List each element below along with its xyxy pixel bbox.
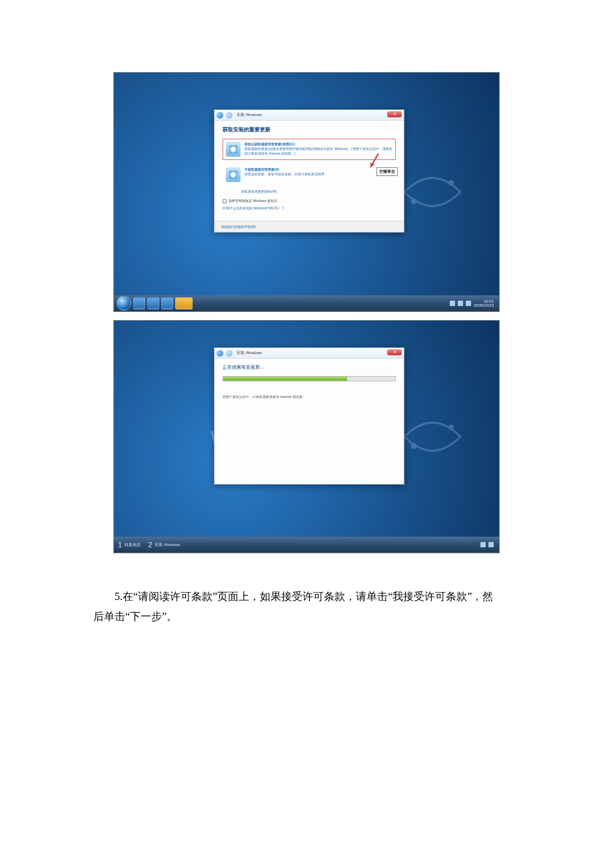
nav-forward-icon (226, 350, 233, 357)
instruction-step-5: 5.在“请阅读许可条款”页面上，如果接受许可条款，请单击“我接受许可条款”，然 … (93, 587, 520, 627)
progress-bar (223, 376, 396, 381)
dialog-footer: 阅读我们的隐私声明(R) (215, 221, 404, 232)
dialog-title: 安装 Windows (237, 112, 262, 118)
option2-title: 不获取最新安装更新(D) (245, 167, 324, 172)
taskbar-active-window[interactable] (175, 297, 193, 309)
screenshot-updates-choice: 安装 Windows ✕ 获取安装的重要更新 联机以获取最新安装更新(推荐)(G… (113, 72, 500, 312)
dialog-titlebar: 安装 Windows ✕ (215, 110, 404, 121)
callout-left-click: 左键单击 (376, 167, 398, 176)
system-tray: 10:51 2009/10/23 (450, 299, 496, 307)
progress-fill (223, 377, 347, 381)
option1-desc: 获取最新的更新(如安全更新和硬件驱动程序)以帮助成功安装 Windows。(在整… (245, 147, 392, 156)
close-button[interactable]: ✕ (387, 349, 402, 355)
setup-step-2: 2 安装 Windows (147, 539, 184, 551)
screenshot-searching-updates: www.bdocx.com 安装 Windows ✕ 正在搜索安装更新... 在… (113, 320, 500, 553)
option1-title: 联机以获取最新安装更新(推荐)(G) (245, 142, 392, 147)
install-dialog: 安装 Windows ✕ 正在搜索安装更新... 在整个安装过程中，计算机需要保… (214, 347, 404, 485)
checkbox-icon[interactable] (223, 199, 227, 203)
tray-icon[interactable] (480, 542, 486, 547)
nav-forward-icon (226, 112, 233, 119)
dialog-title: 安装 Windows (237, 350, 262, 356)
tray-icon[interactable] (488, 542, 494, 547)
dialog-titlebar: 安装 Windows ✕ (215, 348, 404, 359)
option-skip-updates[interactable]: 不获取最新安装更新(D) 没有这些更新，安装可能会失败，而且计算机更容易受 左键… (223, 164, 396, 185)
tray-network-icon[interactable] (458, 301, 463, 306)
update-skip-icon (226, 167, 241, 182)
nav-back-icon[interactable] (217, 112, 223, 119)
link-info-sent[interactable]: 向我什么信息发送到 Microsoft?(W)吗！？ (223, 206, 396, 210)
taskbar-explorer-icon[interactable] (147, 297, 159, 309)
system-tray (480, 542, 496, 547)
option2-desc: 没有这些更新，安装可能会失败，而且计算机更容易受 (245, 172, 324, 177)
svg-point-3 (411, 443, 416, 449)
dialog-heading: 获取安装的重要更新 (223, 126, 396, 133)
tray-volume-icon[interactable] (466, 301, 471, 306)
svg-point-2 (448, 425, 454, 430)
setup-taskbar: 1 收集信息 2 安装 Windows (114, 537, 499, 553)
svg-point-0 (448, 180, 454, 185)
option-get-updates[interactable]: 联机以获取最新安装更新(推荐)(G) 获取最新的更新(如安全更新和硬件驱动程序)… (223, 139, 396, 160)
setup-step-1: 1 收集信息 (117, 539, 145, 551)
link-why-updates[interactable]: 获取安装更新的理由(W)。 (241, 189, 396, 193)
install-dialog: 安装 Windows ✕ 获取安装的重要更新 联机以获取最新安装更新(推荐)(G… (214, 109, 404, 233)
start-button[interactable] (117, 296, 131, 311)
taskbar: 10:51 2009/10/23 (114, 295, 499, 311)
taskbar-ie-icon[interactable] (133, 297, 145, 309)
update-online-icon (226, 142, 241, 157)
clock[interactable]: 10:51 2009/10/23 (474, 299, 494, 307)
note-internet: 在整个安装过程中，计算机需要保持与 Internet 相连接。 (223, 395, 396, 399)
searching-label: 正在搜索安装更新... (223, 364, 396, 371)
tray-flag-icon[interactable] (450, 301, 455, 306)
svg-point-1 (411, 199, 416, 204)
link-privacy[interactable]: 阅读我们的隐私声明(R) (221, 225, 256, 229)
close-button[interactable]: ✕ (387, 111, 402, 117)
taskbar-media-icon[interactable] (161, 297, 173, 309)
checkbox-help-improve[interactable]: 我希望帮助改进 Windows 安装(I) (223, 199, 396, 203)
nav-back-icon[interactable] (217, 350, 223, 357)
